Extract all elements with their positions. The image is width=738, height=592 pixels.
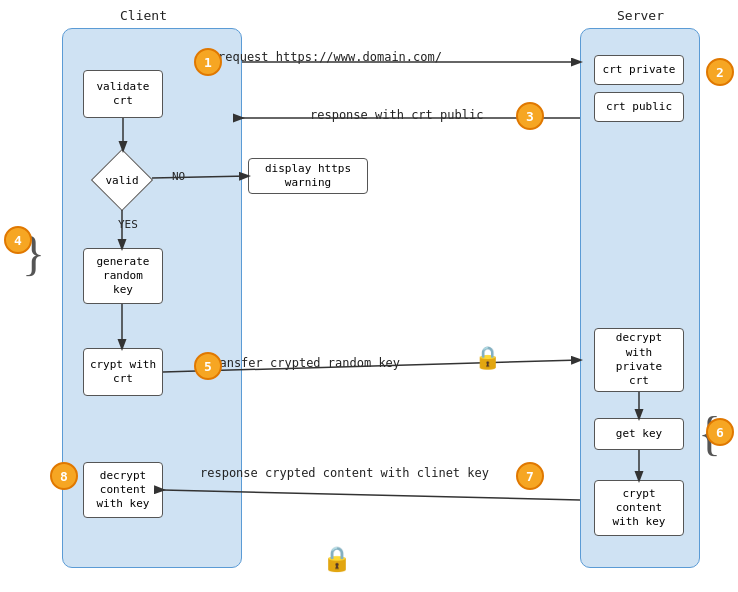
lock-icon-1: 🔒 xyxy=(474,345,501,370)
badge-6: 6 xyxy=(706,418,734,446)
step7-label: response crypted content with clinet key xyxy=(200,466,489,480)
step3-label: response with crt public xyxy=(310,108,483,122)
step5-label: transfer crypted random key xyxy=(205,356,400,370)
generate-key-node: generate random key xyxy=(83,248,163,304)
decrypt-private-node: decrypt with private crt xyxy=(594,328,684,392)
badge-5: 5 xyxy=(194,352,222,380)
validate-crt-node: validate crt xyxy=(83,70,163,118)
yes-label: YES xyxy=(118,218,138,231)
badge-3: 3 xyxy=(516,102,544,130)
lock-icon-2: 🔒 xyxy=(322,545,352,573)
diagram: Client Server validate crt valid display… xyxy=(0,0,738,592)
crypt-crt-node: crypt with crt xyxy=(83,348,163,396)
badge-7: 7 xyxy=(516,462,544,490)
server-label: Server xyxy=(617,8,664,23)
badge-1: 1 xyxy=(194,48,222,76)
step1-label: request https://www.domain.com/ xyxy=(218,50,442,64)
crt-public-node: crt public xyxy=(594,92,684,122)
valid-diamond: valid xyxy=(92,150,152,210)
badge-4: 4 xyxy=(4,226,32,254)
crypt-content-node: crypt content with key xyxy=(594,480,684,536)
brace-4: } xyxy=(22,68,45,438)
badge-2: 2 xyxy=(706,58,734,86)
get-key-node: get key xyxy=(594,418,684,450)
display-warning-node: display https warning xyxy=(248,158,368,194)
client-label: Client xyxy=(120,8,167,23)
no-label: NO xyxy=(172,170,185,183)
badge-8: 8 xyxy=(50,462,78,490)
crt-private-node: crt private xyxy=(594,55,684,85)
decrypt-content-node: decrypt content with key xyxy=(83,462,163,518)
